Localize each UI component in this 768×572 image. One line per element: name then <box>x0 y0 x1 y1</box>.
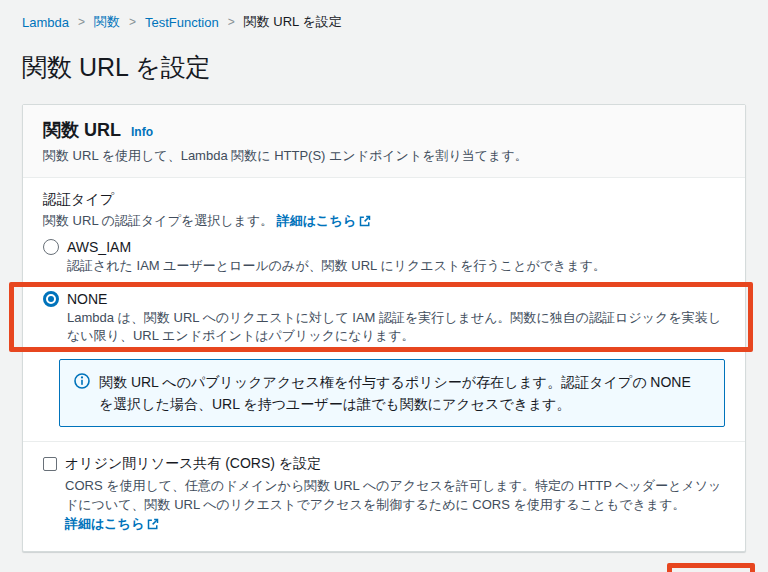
public-access-alert: 関数 URL へのパブリックアクセス権を付与するポリシーが存在します。認証タイプ… <box>59 359 725 427</box>
function-url-card: 関数 URL Info 関数 URL を使用して、Lambda 関数に HTTP… <box>22 104 746 552</box>
cors-section: オリジン間リソース共有 (CORS) を設定 CORS を使用して、任意のドメイ… <box>43 455 725 535</box>
cors-checkbox[interactable] <box>43 457 57 471</box>
cors-checkbox-row[interactable]: オリジン間リソース共有 (CORS) を設定 <box>43 455 725 473</box>
radio-button-none[interactable] <box>43 291 59 307</box>
radio-row-none[interactable]: NONE <box>43 291 725 307</box>
info-link[interactable]: Info <box>131 125 153 139</box>
auth-learn-more-link[interactable]: 詳細はこちら <box>277 213 371 228</box>
breadcrumb: Lambda > 関数 > TestFunction > 関数 URL を設定 <box>22 0 746 31</box>
info-icon <box>74 371 90 415</box>
auth-learn-more-label: 詳細はこちら <box>277 213 356 228</box>
section-divider <box>23 441 745 442</box>
cors-description-text: CORS を使用して、任意のドメインから関数 URL へのアクセスを許可します。… <box>65 478 721 512</box>
auth-type-description: 関数 URL の認証タイプを選択します。 詳細はこちら <box>43 212 725 230</box>
card-body: 認証タイプ 関数 URL の認証タイプを選択します。 詳細はこちら AWS_IA… <box>23 178 745 551</box>
radio-option-none: NONE Lambda は、関数 URL へのリクエストに対して IAM 認証を… <box>43 291 725 345</box>
radio-description-aws-iam: 認証された IAM ユーザーとロールのみが、関数 URL にリクエストを行うこと… <box>67 257 725 275</box>
radio-label-aws-iam: AWS_IAM <box>67 239 131 255</box>
breadcrumb-link-lambda[interactable]: Lambda <box>22 15 69 30</box>
cors-learn-more-link[interactable]: 詳細はこちら <box>65 516 159 531</box>
external-link-icon <box>359 215 371 230</box>
annotation-highlight-save <box>667 563 755 572</box>
cors-description: CORS を使用して、任意のドメインから関数 URL へのアクセスを許可します。… <box>65 476 725 535</box>
card-title: 関数 URL <box>43 118 121 142</box>
radio-option-aws-iam: AWS_IAM 認証された IAM ユーザーとロールのみが、関数 URL にリク… <box>43 239 725 275</box>
card-header-description: 関数 URL を使用して、Lambda 関数に HTTP(S) エンドポイントを… <box>43 147 725 165</box>
cors-learn-more-label: 詳細はこちら <box>65 516 144 531</box>
breadcrumb-separator: > <box>129 15 136 29</box>
auth-type-label: 認証タイプ <box>43 191 725 209</box>
page-title: 関数 URL を設定 <box>22 51 746 84</box>
breadcrumb-separator: > <box>228 15 235 29</box>
breadcrumb-current: 関数 URL を設定 <box>244 13 342 31</box>
breadcrumb-link-testfunction[interactable]: TestFunction <box>145 15 219 30</box>
auth-type-description-text: 関数 URL の認証タイプを選択します。 <box>43 213 273 228</box>
radio-description-none: Lambda は、関数 URL へのリクエストに対して IAM 認証を実行しませ… <box>67 309 725 345</box>
breadcrumb-link-functions[interactable]: 関数 <box>94 13 120 31</box>
radio-button-aws-iam[interactable] <box>43 239 59 255</box>
cors-label: オリジン間リソース共有 (CORS) を設定 <box>65 455 321 473</box>
external-link-icon <box>147 516 159 535</box>
alert-text: 関数 URL へのパブリックアクセス権を付与するポリシーが存在します。認証タイプ… <box>99 371 708 415</box>
breadcrumb-separator: > <box>78 15 85 29</box>
radio-label-none: NONE <box>67 291 107 307</box>
card-header: 関数 URL Info 関数 URL を使用して、Lambda 関数に HTTP… <box>23 105 745 178</box>
page-container: Lambda > 関数 > TestFunction > 関数 URL を設定 … <box>0 0 768 572</box>
radio-row-aws-iam[interactable]: AWS_IAM <box>43 239 725 255</box>
